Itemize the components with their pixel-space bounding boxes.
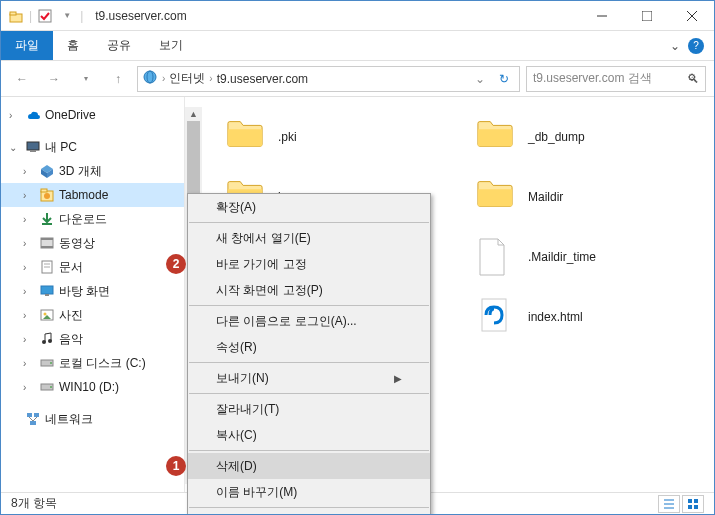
tree-onedrive[interactable]: › OneDrive bbox=[1, 103, 184, 127]
context-menu-item[interactable]: 삭제(D)1 bbox=[188, 453, 430, 479]
search-input[interactable]: t9.useserver.com 검색 🔍︎ bbox=[526, 66, 706, 92]
svg-point-27 bbox=[44, 313, 47, 316]
file-item[interactable]: index.html bbox=[476, 293, 596, 341]
tabmode-icon bbox=[39, 187, 55, 203]
scroll-up-icon[interactable]: ▲ bbox=[185, 107, 202, 121]
address-field[interactable]: › 인터넷 › t9.useserver.com ⌄ ↻ bbox=[137, 66, 520, 92]
nav-up-button[interactable]: ↑ bbox=[105, 66, 131, 92]
qat-checkbox-icon[interactable] bbox=[36, 7, 54, 25]
file-name-label: .Maildir_time bbox=[528, 250, 596, 264]
file-name-label: _db_dump bbox=[528, 130, 585, 144]
tree-pc[interactable]: ⌄ 내 PC bbox=[1, 135, 184, 159]
context-menu-item-label: 삭제(D) bbox=[216, 458, 257, 475]
tree-item-label: 바탕 화면 bbox=[59, 283, 110, 300]
desktop-icon bbox=[39, 283, 55, 299]
chevron-right-icon[interactable]: › bbox=[23, 166, 35, 177]
context-menu-item[interactable]: 다른 이름으로 로그인(A)... bbox=[188, 308, 430, 334]
network-icon bbox=[25, 411, 41, 427]
context-menu-separator bbox=[189, 450, 429, 451]
chevron-right-icon[interactable]: › bbox=[23, 358, 35, 369]
ribbon-expand-icon[interactable]: ⌄ bbox=[670, 39, 680, 53]
minimize-button[interactable] bbox=[579, 1, 624, 31]
file-name-label: index.html bbox=[528, 310, 583, 324]
folder-icon bbox=[476, 177, 516, 217]
context-menu-item[interactable]: 속성(R) bbox=[188, 510, 430, 515]
svg-rect-47 bbox=[694, 505, 698, 509]
chevron-right-icon[interactable]: › bbox=[9, 110, 21, 121]
file-item[interactable]: Maildir bbox=[476, 173, 596, 221]
context-menu-item[interactable]: 잘라내기(T) bbox=[188, 396, 430, 422]
chevron-right-icon[interactable]: › bbox=[23, 382, 35, 393]
file-item[interactable]: .pki bbox=[226, 113, 436, 161]
qat-dropdown-icon[interactable]: ▼ bbox=[58, 7, 76, 25]
context-menu-item-label: 잘라내기(T) bbox=[216, 401, 279, 418]
tab-view[interactable]: 보기 bbox=[145, 31, 197, 60]
download-icon bbox=[39, 211, 55, 227]
chevron-right-icon[interactable]: › bbox=[23, 334, 35, 345]
3d-icon bbox=[39, 163, 55, 179]
nav-recent-button[interactable]: ▾ bbox=[73, 66, 99, 92]
close-button[interactable] bbox=[669, 1, 714, 31]
chevron-right-icon[interactable]: › bbox=[23, 310, 35, 321]
view-icons-button[interactable] bbox=[682, 495, 704, 513]
context-menu-item[interactable]: 새 창에서 열기(E) bbox=[188, 225, 430, 251]
help-icon[interactable]: ? bbox=[688, 38, 704, 54]
context-menu-item[interactable]: 시작 화면에 고정(P) bbox=[188, 277, 430, 303]
tab-share[interactable]: 공유 bbox=[93, 31, 145, 60]
window-controls bbox=[579, 1, 714, 31]
context-menu-separator bbox=[189, 222, 429, 223]
context-menu: 확장(A)새 창에서 열기(E)바로 가기에 고정2시작 화면에 고정(P)다른… bbox=[187, 193, 431, 515]
svg-rect-9 bbox=[27, 142, 39, 150]
context-menu-separator bbox=[189, 362, 429, 363]
chevron-right-icon[interactable]: › bbox=[23, 286, 35, 297]
chevron-down-icon[interactable]: ⌄ bbox=[9, 142, 21, 153]
tab-home[interactable]: 홈 bbox=[53, 31, 93, 60]
scroll-thumb[interactable] bbox=[187, 121, 200, 201]
address-dropdown-button[interactable]: ⌄ bbox=[471, 72, 489, 86]
breadcrumb-segment[interactable]: t9.useserver.com bbox=[217, 72, 308, 86]
maximize-button[interactable] bbox=[624, 1, 669, 31]
context-menu-item[interactable]: 속성(R) bbox=[188, 334, 430, 360]
tree-item-photo[interactable]: › 사진 bbox=[1, 303, 184, 327]
context-menu-item[interactable]: 바로 가기에 고정2 bbox=[188, 251, 430, 277]
tree-item-label: Tabmode bbox=[59, 188, 108, 202]
chevron-right-icon[interactable]: › bbox=[23, 238, 35, 249]
tree-item-3d[interactable]: › 3D 개체 bbox=[1, 159, 184, 183]
tree-network[interactable]: › 네트워크 bbox=[1, 407, 184, 431]
svg-point-16 bbox=[44, 193, 50, 199]
context-menu-item[interactable]: 보내기(N)▶ bbox=[188, 365, 430, 391]
context-menu-item[interactable]: 확장(A) bbox=[188, 194, 430, 220]
nav-forward-button[interactable]: → bbox=[41, 66, 67, 92]
tree-item-music[interactable]: › 음악 bbox=[1, 327, 184, 351]
breadcrumb-segment[interactable]: 인터넷 bbox=[169, 70, 205, 87]
window-title: t9.useserver.com bbox=[89, 9, 579, 23]
chevron-right-icon[interactable]: › bbox=[209, 73, 212, 84]
context-menu-item-label: 속성(R) bbox=[216, 339, 257, 356]
tree-item-video[interactable]: › 동영상 bbox=[1, 231, 184, 255]
globe-icon bbox=[142, 69, 158, 88]
context-menu-item[interactable]: 복사(C) bbox=[188, 422, 430, 448]
chevron-right-icon[interactable]: › bbox=[162, 73, 165, 84]
search-icon[interactable]: 🔍︎ bbox=[687, 72, 699, 86]
refresh-button[interactable]: ↻ bbox=[493, 72, 515, 86]
chevron-right-icon[interactable]: › bbox=[23, 214, 35, 225]
tree-item-doc[interactable]: › 문서 bbox=[1, 255, 184, 279]
photo-icon bbox=[39, 307, 55, 323]
tree-item-label: 네트워크 bbox=[45, 411, 93, 428]
nav-back-button[interactable]: ← bbox=[9, 66, 35, 92]
tree-item-desktop[interactable]: › 바탕 화면 bbox=[1, 279, 184, 303]
view-details-button[interactable] bbox=[658, 495, 680, 513]
tree-item-tabmode[interactable]: › Tabmode bbox=[1, 183, 184, 207]
file-item[interactable]: _db_dump bbox=[476, 113, 596, 161]
tree-item-disk[interactable]: › WIN10 (D:) bbox=[1, 375, 184, 399]
context-menu-item[interactable]: 이름 바꾸기(M) bbox=[188, 479, 430, 505]
file-item[interactable]: .Maildir_time bbox=[476, 233, 596, 281]
chevron-right-icon[interactable]: › bbox=[23, 190, 35, 201]
tree-item-label: 음악 bbox=[59, 331, 83, 348]
context-menu-separator bbox=[189, 393, 429, 394]
chevron-right-icon[interactable]: › bbox=[23, 262, 35, 273]
quick-access-toolbar: | ▼ | bbox=[1, 7, 89, 25]
tab-file[interactable]: 파일 bbox=[1, 31, 53, 60]
tree-item-download[interactable]: › 다운로드 bbox=[1, 207, 184, 231]
tree-item-disk[interactable]: › 로컬 디스크 (C:) bbox=[1, 351, 184, 375]
